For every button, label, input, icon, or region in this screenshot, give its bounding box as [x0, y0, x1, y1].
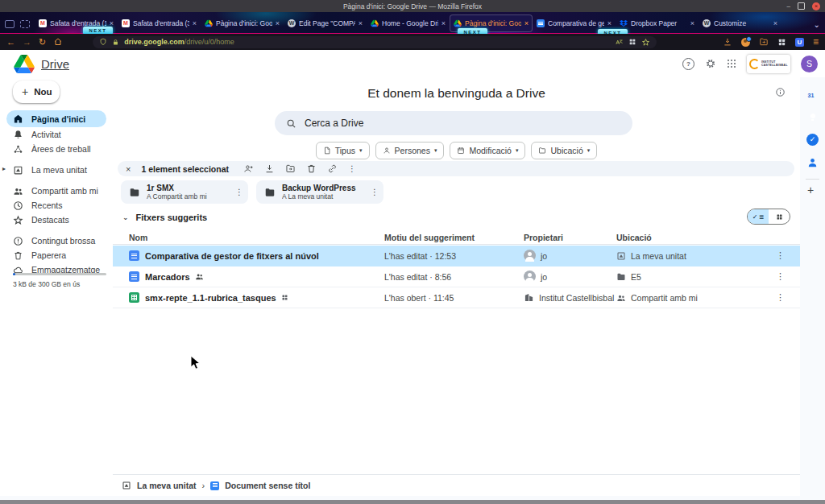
downloads-icon[interactable] — [723, 37, 732, 47]
breadcrumb-doc[interactable]: Document sense títol — [225, 481, 310, 490]
table-row-smx-repte[interactable]: smx-repte_1.1-rubrica_tasques L'has ober… — [113, 287, 800, 308]
tab-close-icon[interactable]: × — [193, 19, 197, 27]
more-actions-icon[interactable]: ⋮ — [348, 164, 356, 173]
list-all-tabs-icon[interactable]: ⌄ — [809, 15, 825, 33]
more-actions-icon[interactable]: ⋮ — [776, 250, 785, 261]
filter-chip-type[interactable]: Tipus ▾ — [316, 142, 370, 159]
tab-overview-icon[interactable] — [20, 20, 30, 28]
sidebar-item-workspaces[interactable]: Àrees de treball — [0, 142, 113, 156]
share-add-person-icon[interactable] — [243, 163, 254, 174]
folder-card-backup-wordpress[interactable]: Backup WordPress A La meva unitat ⋮ — [256, 180, 383, 204]
drive-logo-icon[interactable] — [14, 55, 35, 73]
close-button[interactable]: × — [812, 2, 820, 10]
filter-chip-modified[interactable]: Modificació ▾ — [450, 142, 525, 159]
clear-selection-icon[interactable]: × — [126, 164, 131, 174]
tab-close-icon[interactable]: × — [607, 19, 611, 27]
firefox-view-icon[interactable] — [5, 20, 15, 28]
grid-view-button[interactable] — [769, 209, 790, 224]
user-avatar[interactable]: S — [801, 56, 818, 72]
move-to-folder-icon[interactable] — [285, 163, 296, 174]
expand-caret-icon[interactable]: ▸ — [2, 165, 6, 172]
window-titlebar: Pàgina d'inici: Google Drive — Mozilla F… — [0, 0, 825, 12]
menu-icon[interactable]: ≡ — [813, 34, 819, 50]
translate-icon[interactable] — [615, 38, 624, 47]
forward-icon[interactable]: → — [23, 34, 31, 50]
send-to-device-icon[interactable] — [759, 37, 769, 47]
copy-link-icon[interactable] — [327, 163, 338, 174]
sidebar-item-activity[interactable]: Activitat — [0, 127, 113, 142]
settings-gear-icon[interactable] — [705, 58, 716, 69]
spam-icon — [13, 236, 23, 246]
tab-wordpress-customize[interactable]: Customize × — [699, 14, 781, 32]
more-actions-icon[interactable]: ⋮ — [371, 188, 379, 196]
tab-close-icon[interactable]: × — [690, 19, 694, 27]
collapse-chevron-icon[interactable]: ⌄ — [122, 213, 129, 221]
search-input[interactable]: Cerca a Drive — [275, 111, 632, 135]
sidebar-item-home[interactable]: Pàgina d'inici — [6, 110, 106, 127]
tab-close-icon[interactable]: × — [276, 19, 280, 27]
info-icon[interactable] — [775, 87, 786, 97]
drive-header: Drive ? INSTITUT CASTELLBISBAL S — [0, 50, 825, 77]
owner-avatar-icon — [524, 250, 536, 262]
column-header-name[interactable]: Nom — [129, 233, 384, 242]
tab-close-icon[interactable]: × — [359, 19, 363, 27]
tab-drive-home-2[interactable]: Home - Google Drive × — [367, 14, 450, 32]
tab-wordpress-edit[interactable]: Edit Page "COMPARATI × — [284, 14, 367, 32]
gdrive-icon — [371, 19, 379, 27]
reload-icon[interactable]: ↻ — [39, 34, 46, 50]
tab-dropbox[interactable]: Dropbox Paper × — [616, 14, 699, 32]
sidebar-item-trash[interactable]: Paperera — [0, 248, 113, 262]
my-drive-icon — [122, 481, 131, 490]
tab-close-icon[interactable]: × — [524, 19, 529, 27]
more-actions-icon[interactable]: ⋮ — [776, 292, 785, 303]
organization-logo[interactable]: INSTITUT CASTELLBISBAL — [747, 55, 790, 73]
new-button[interactable]: + Nou — [13, 81, 60, 103]
folder-card-1r-smx[interactable]: 1r SMX A Compartit amb mi ⋮ — [121, 180, 248, 204]
help-icon[interactable]: ? — [682, 58, 694, 70]
tab-gmail-2[interactable]: Safata d'entrada (33) - s × — [118, 14, 201, 32]
shield-icon[interactable] — [99, 38, 107, 46]
back-icon[interactable]: ← — [6, 34, 15, 50]
minimize-button[interactable]: – — [787, 2, 790, 10]
sidebar-item-my-drive[interactable]: ▸ La meva unitat — [0, 163, 113, 177]
maximize-button[interactable] — [798, 2, 805, 10]
download-icon[interactable] — [264, 163, 275, 174]
list-view-button[interactable]: ✓ ≡ — [748, 209, 769, 224]
home-icon[interactable] — [53, 37, 63, 47]
breadcrumb-root[interactable]: La meva unitat — [137, 481, 197, 490]
tab-close-icon[interactable]: × — [773, 19, 777, 27]
bookmark-star-icon[interactable] — [641, 38, 650, 47]
more-actions-icon[interactable]: ⋮ — [776, 271, 785, 282]
get-addons-icon[interactable]: + — [807, 184, 814, 196]
gsheets-icon — [129, 292, 139, 303]
lock-icon[interactable] — [112, 39, 119, 46]
account-icon[interactable] — [741, 38, 750, 47]
sidebar-item-shared-with-me[interactable]: Compartit amb mi — [0, 184, 113, 198]
sidebar-item-starred[interactable]: Destacats — [0, 213, 113, 227]
filter-chip-location[interactable]: Ubicació ▾ — [531, 142, 597, 159]
more-actions-icon[interactable]: ⋮ — [235, 188, 243, 196]
contacts-icon[interactable] — [806, 156, 819, 168]
filter-chip-people[interactable]: Persones ▾ — [375, 142, 445, 159]
google-apps-icon[interactable] — [728, 60, 729, 61]
column-header-location[interactable]: Ubicació — [616, 233, 776, 242]
reader-grid-icon[interactable] — [628, 38, 636, 46]
trash-icon[interactable] — [306, 163, 317, 174]
ublock-extension-icon[interactable]: U — [795, 38, 804, 47]
sidebar-item-label: Destacats — [31, 215, 69, 225]
url-bar[interactable]: drive.google.com/drive/u/0/home — [93, 36, 657, 48]
column-header-owner[interactable]: Propietari — [524, 233, 616, 242]
extensions-icon[interactable] — [777, 38, 786, 47]
chevron-down-icon: ▾ — [434, 147, 437, 154]
column-header-reason[interactable]: Motiu del suggeriment — [384, 233, 524, 242]
tab-close-icon[interactable]: × — [442, 19, 446, 27]
suggested-files-header[interactable]: ⌄ Fitxers suggerits — [122, 213, 207, 222]
table-row-comparativa[interactable]: Comparativa de gestor de fitxers al núvo… — [113, 246, 800, 266]
table-row-marcadors[interactable]: Marcadors L'has editat · 8:56 jo E5 ⋮ — [113, 266, 800, 287]
sidebar-item-spam[interactable]: Contingut brossa — [0, 233, 113, 248]
sidebar-item-recent[interactable]: Recents — [0, 198, 113, 213]
chip-label: Modificació — [469, 146, 512, 155]
tab-drive-home-1[interactable]: Pàgina d'inici: Google Dr × — [201, 14, 284, 32]
tasks-icon[interactable]: ✓ — [806, 134, 819, 146]
drive-app-name[interactable]: Drive — [41, 57, 69, 71]
